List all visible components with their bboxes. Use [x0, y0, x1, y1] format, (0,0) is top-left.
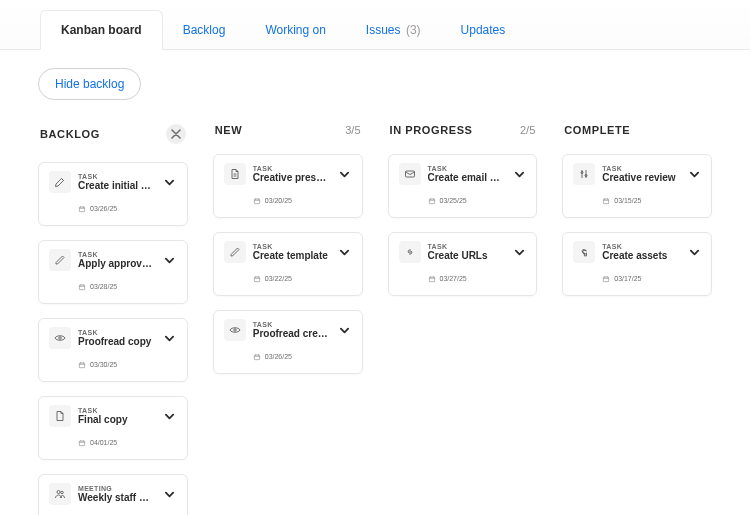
- svg-point-10: [234, 329, 237, 332]
- kanban-board: BACKLOG TASK Create initial copy 03/26/2…: [0, 118, 750, 515]
- column-complete-title: COMPLETE: [564, 124, 630, 136]
- card-title: Create email blast copy: [428, 172, 506, 183]
- chevron-down-icon: [515, 170, 524, 179]
- svg-rect-12: [405, 171, 414, 177]
- card-type-label: TASK: [428, 243, 506, 250]
- close-icon: [171, 129, 181, 139]
- card-date: 03/22/25: [265, 275, 292, 282]
- task-card[interactable]: MEETING Weekly staff meeting 04/03/25: [38, 474, 188, 515]
- expand-card-button[interactable]: [338, 326, 352, 335]
- svg-rect-0: [79, 207, 84, 212]
- card-date: 03/26/25: [90, 205, 117, 212]
- expand-card-button[interactable]: [163, 256, 177, 265]
- tab-kanban[interactable]: Kanban board: [40, 10, 163, 50]
- calendar-icon: [602, 191, 610, 209]
- chevron-down-icon: [165, 178, 174, 187]
- card-title: Creative review: [602, 172, 680, 183]
- expand-card-button[interactable]: [163, 334, 177, 343]
- column-in-progress-count: 2/5: [520, 124, 535, 136]
- task-card[interactable]: TASK Create email blast copy 03/25/25: [388, 154, 538, 218]
- calendar-icon: [602, 269, 610, 287]
- card-type-label: TASK: [78, 251, 156, 258]
- card-date: 03/17/25: [614, 275, 641, 282]
- task-card[interactable]: TASK Create URLs 03/27/25: [388, 232, 538, 296]
- task-card[interactable]: TASK Create assets 03/17/25: [562, 232, 712, 296]
- svg-rect-1: [79, 285, 84, 290]
- task-card[interactable]: TASK Final copy 04/01/25: [38, 396, 188, 460]
- tab-updates[interactable]: Updates: [441, 11, 526, 49]
- chevron-down-icon: [340, 326, 349, 335]
- expand-card-button[interactable]: [687, 248, 701, 257]
- card-type-label: TASK: [78, 407, 156, 414]
- column-complete: COMPLETE TASK Creative review 03/15/25: [562, 118, 712, 515]
- column-new-count: 3/5: [345, 124, 360, 136]
- expand-card-button[interactable]: [163, 178, 177, 187]
- card-type-label: TASK: [602, 243, 680, 250]
- eye-icon: [224, 319, 246, 341]
- card-type-label: TASK: [253, 165, 331, 172]
- chevron-down-icon: [690, 170, 699, 179]
- card-type-label: TASK: [78, 173, 156, 180]
- task-card[interactable]: TASK Proofread creative 03/26/25: [213, 310, 363, 374]
- expand-card-button[interactable]: [512, 170, 526, 179]
- card-title: Create initial copy: [78, 180, 156, 191]
- card-title: Proofread creative: [253, 328, 331, 339]
- card-type-label: MEETING: [78, 485, 156, 492]
- svg-rect-11: [254, 355, 259, 360]
- task-card[interactable]: TASK Creative review 03/15/25: [562, 154, 712, 218]
- task-card[interactable]: TASK Proofread copy 03/30/25: [38, 318, 188, 382]
- svg-point-2: [59, 337, 62, 340]
- card-date: 03/28/25: [90, 283, 117, 290]
- card-title: Create URLs: [428, 250, 506, 261]
- calendar-icon: [78, 199, 86, 217]
- tab-working-on[interactable]: Working on: [245, 11, 345, 49]
- card-date: 03/15/25: [614, 197, 641, 204]
- expand-card-button[interactable]: [687, 170, 701, 179]
- expand-card-button[interactable]: [512, 248, 526, 257]
- svg-rect-9: [254, 277, 259, 282]
- sliders-icon: [573, 163, 595, 185]
- card-type-label: TASK: [428, 165, 506, 172]
- eye-icon: [49, 327, 71, 349]
- close-backlog-button[interactable]: [166, 124, 186, 144]
- svg-rect-13: [429, 199, 434, 204]
- calendar-icon: [428, 191, 436, 209]
- task-card[interactable]: TASK Creative presentation 03/20/25: [213, 154, 363, 218]
- file-lines-icon: [224, 163, 246, 185]
- file-icon: [49, 405, 71, 427]
- calendar-icon: [428, 269, 436, 287]
- column-backlog: BACKLOG TASK Create initial copy 03/26/2…: [38, 118, 188, 515]
- expand-card-button[interactable]: [163, 412, 177, 421]
- card-date: 03/27/25: [440, 275, 467, 282]
- svg-rect-17: [604, 199, 609, 204]
- card-type-label: TASK: [602, 165, 680, 172]
- card-title: Weekly staff meeting: [78, 492, 156, 503]
- expand-card-button[interactable]: [338, 170, 352, 179]
- card-type-label: TASK: [253, 321, 331, 328]
- hide-backlog-button[interactable]: Hide backlog: [38, 68, 141, 100]
- task-card[interactable]: TASK Create template 03/22/25: [213, 232, 363, 296]
- task-card[interactable]: TASK Apply approved edits 03/28/25: [38, 240, 188, 304]
- chevron-down-icon: [165, 490, 174, 499]
- column-new-title: NEW: [215, 124, 242, 136]
- card-type-label: TASK: [78, 329, 156, 336]
- task-card[interactable]: TASK Create initial copy 03/26/25: [38, 162, 188, 226]
- card-title: Create assets: [602, 250, 680, 261]
- tab-issues-label: Issues: [366, 23, 401, 37]
- svg-point-5: [57, 491, 60, 494]
- expand-card-button[interactable]: [338, 248, 352, 257]
- svg-rect-4: [79, 441, 84, 446]
- svg-rect-18: [604, 277, 609, 282]
- expand-card-button[interactable]: [163, 490, 177, 499]
- link-icon: [399, 241, 421, 263]
- calendar-icon: [78, 511, 86, 515]
- calendar-icon: [78, 433, 86, 451]
- calendar-icon: [253, 191, 261, 209]
- column-new: NEW 3/5 TASK Creative presentation 03/20…: [213, 118, 363, 515]
- pencil-icon: [224, 241, 246, 263]
- tab-issues[interactable]: Issues (3): [346, 11, 441, 49]
- card-date: 04/01/25: [90, 439, 117, 446]
- tab-backlog[interactable]: Backlog: [163, 11, 246, 49]
- toolbar: Hide backlog: [0, 50, 750, 118]
- card-date: 03/26/25: [265, 353, 292, 360]
